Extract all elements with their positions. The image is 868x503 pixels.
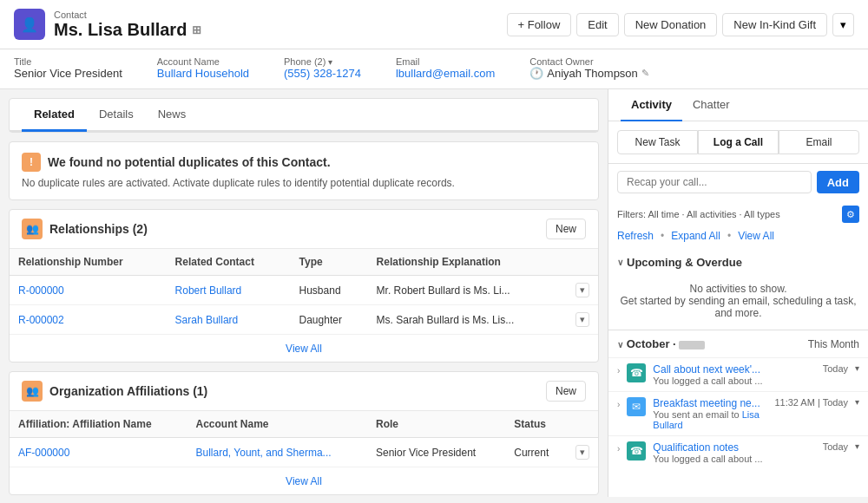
add-button[interactable]: Add bbox=[817, 171, 859, 193]
relationships-view-all[interactable]: View All bbox=[286, 343, 322, 355]
rel-type: Daughter bbox=[291, 305, 368, 335]
header-actions: + Follow Edit New Donation New In-Kind G… bbox=[507, 13, 855, 36]
affiliations-icon: 👥 bbox=[22, 381, 43, 402]
contact-name: Ms. Lisa Bullard ⊞ bbox=[54, 20, 201, 40]
tab-news[interactable]: News bbox=[146, 99, 199, 132]
row-dropdown-button[interactable]: ▾ bbox=[575, 312, 589, 327]
rel-id-link[interactable]: R-000002 bbox=[18, 314, 64, 326]
activity-tabs: Activity Chatter bbox=[608, 89, 868, 121]
col-relationship-number: Relationship Number bbox=[10, 249, 167, 276]
new-task-button[interactable]: New Task bbox=[617, 130, 698, 154]
phone-link[interactable]: (555) 328-1274 bbox=[284, 67, 361, 80]
contact-meta: Title Senior Vice President Account Name… bbox=[0, 49, 868, 89]
affiliation-status: Current bbox=[505, 438, 567, 467]
contact-type-label: Contact bbox=[54, 10, 201, 20]
header-left: 👤 Contact Ms. Lisa Bullard ⊞ bbox=[14, 9, 201, 40]
filter-settings-button[interactable]: ⚙ bbox=[842, 206, 859, 223]
activity-dropdown-icon[interactable]: ▾ bbox=[855, 441, 859, 451]
upcoming-section-header[interactable]: ∨ Upcoming & Overdue bbox=[608, 249, 868, 276]
item-chevron-icon: › bbox=[617, 400, 620, 409]
email-recipient-link[interactable]: Lisa Bullard bbox=[653, 409, 760, 430]
duplicate-description: No duplicate rules are activated. Activa… bbox=[22, 177, 586, 189]
edit-button[interactable]: Edit bbox=[576, 13, 618, 36]
page-header: 👤 Contact Ms. Lisa Bullard ⊞ + Follow Ed… bbox=[0, 0, 868, 49]
tabs-bar: Related Details News bbox=[10, 99, 598, 132]
refresh-row: Refresh • Expand All • View All bbox=[608, 228, 868, 249]
relationships-header: 👥 Relationships (2) New bbox=[10, 210, 598, 249]
activity-subtitle: You logged a call about ... bbox=[653, 454, 815, 464]
refresh-link[interactable]: Refresh bbox=[617, 230, 654, 242]
duplicate-title: We found no potential duplicates of this… bbox=[48, 155, 331, 169]
affiliations-card: 👥 Organization Affiliations (1) New Affi… bbox=[9, 371, 599, 495]
activity-title[interactable]: Breakfast meeting ne... bbox=[653, 397, 767, 409]
relationships-table: Relationship Number Related Contact Type… bbox=[10, 249, 598, 335]
col-actions bbox=[567, 249, 598, 276]
filters-row: Filters: All time · All activities · All… bbox=[608, 200, 868, 228]
meta-owner: Contact Owner 🕐 Aniyah Thompson ✎ bbox=[529, 56, 649, 80]
relationships-title: Relationships (2) bbox=[49, 222, 148, 236]
email-button[interactable]: Email bbox=[779, 130, 859, 154]
tab-activity[interactable]: Activity bbox=[621, 89, 682, 121]
view-all-activity-link[interactable]: View All bbox=[738, 230, 774, 242]
activity-item[interactable]: › ☎ Call about next week'... You logged … bbox=[608, 357, 868, 391]
month-chevron-icon: ∨ bbox=[617, 340, 623, 349]
activity-item[interactable]: › ✉ Breakfast meeting ne... You sent an … bbox=[608, 391, 868, 435]
network-icon[interactable]: ⊞ bbox=[192, 23, 201, 36]
no-activities-text: No activities to show.Get started by sen… bbox=[608, 276, 868, 330]
follow-button[interactable]: + Follow bbox=[507, 13, 572, 36]
owner-icon: 🕐 bbox=[529, 67, 543, 80]
email-link[interactable]: lbullard@email.com bbox=[396, 67, 495, 80]
call-icon: ☎ bbox=[627, 441, 646, 461]
affiliations-view-all[interactable]: View All bbox=[286, 475, 322, 487]
contact-info: Contact Ms. Lisa Bullard ⊞ bbox=[54, 10, 201, 40]
item-chevron-icon: › bbox=[617, 366, 620, 376]
col-explanation: Relationship Explanation bbox=[368, 249, 567, 276]
activity-dropdown-icon[interactable]: ▾ bbox=[855, 397, 859, 407]
right-panel: Activity Chatter New Task Log a Call Ema… bbox=[608, 89, 868, 497]
col-affiliation-name: Affiliation: Affiliation Name bbox=[10, 411, 187, 438]
affiliation-account-link[interactable]: Bullard, Yount, and Sherma... bbox=[196, 447, 332, 459]
recap-input[interactable] bbox=[617, 171, 812, 193]
activity-title[interactable]: Qualification notes bbox=[653, 441, 815, 454]
related-contact-link[interactable]: Robert Bullard bbox=[175, 284, 242, 297]
col-role: Role bbox=[367, 411, 505, 438]
item-chevron-icon: › bbox=[617, 444, 620, 454]
month-blur bbox=[679, 341, 705, 349]
activity-item[interactable]: › ☎ Qualification notes You logged a cal… bbox=[608, 435, 868, 469]
affiliation-role: Senior Vice President bbox=[367, 438, 505, 467]
activity-subtitle: You sent an email to Lisa Bullard bbox=[653, 409, 767, 430]
activity-title[interactable]: Call about next week'... bbox=[653, 363, 815, 376]
account-link[interactable]: Bullard Household bbox=[157, 67, 249, 80]
row-dropdown-button[interactable]: ▾ bbox=[575, 445, 589, 460]
tab-related[interactable]: Related bbox=[22, 99, 87, 132]
duplicate-icon: ! bbox=[22, 153, 41, 172]
affiliation-id-link[interactable]: AF-000000 bbox=[18, 447, 69, 459]
call-icon: ☎ bbox=[627, 363, 646, 382]
log-call-button[interactable]: Log a Call bbox=[698, 130, 779, 154]
phone-dropdown-icon[interactable]: ▾ bbox=[328, 57, 332, 67]
more-actions-button[interactable]: ▾ bbox=[832, 13, 854, 36]
upcoming-chevron-icon: ∨ bbox=[617, 258, 623, 267]
rel-type: Husband bbox=[291, 276, 368, 305]
row-dropdown-button[interactable]: ▾ bbox=[575, 283, 589, 297]
table-row: R-000000 Robert Bullard Husband Mr. Robe… bbox=[10, 276, 598, 305]
relationships-new-button[interactable]: New bbox=[546, 219, 586, 239]
rel-id-link[interactable]: R-000000 bbox=[18, 284, 64, 297]
tab-details[interactable]: Details bbox=[87, 99, 146, 132]
activity-action-buttons: New Task Log a Call Email bbox=[608, 121, 868, 164]
activity-dropdown-icon[interactable]: ▾ bbox=[855, 363, 859, 373]
affiliations-title: Organization Affiliations (1) bbox=[49, 384, 207, 398]
col-related-contact: Related Contact bbox=[167, 249, 291, 276]
new-donation-button[interactable]: New Donation bbox=[624, 13, 718, 36]
tab-chatter[interactable]: Chatter bbox=[682, 89, 740, 121]
affiliations-new-button[interactable]: New bbox=[546, 381, 586, 402]
meta-title: Title Senior Vice President bbox=[14, 56, 122, 80]
activity-subtitle: You logged a call about ... bbox=[653, 376, 815, 386]
expand-all-link[interactable]: Expand All bbox=[671, 230, 720, 242]
new-inkind-button[interactable]: New In-Kind Gift bbox=[722, 13, 827, 36]
filter-text: Filters: All time · All activities · All… bbox=[617, 209, 780, 219]
table-row: R-000002 Sarah Bullard Daughter Ms. Sara… bbox=[10, 305, 598, 335]
activity-time: Today bbox=[823, 363, 848, 374]
owner-edit-icon[interactable]: ✎ bbox=[641, 68, 649, 79]
related-contact-link[interactable]: Sarah Bullard bbox=[175, 314, 239, 326]
